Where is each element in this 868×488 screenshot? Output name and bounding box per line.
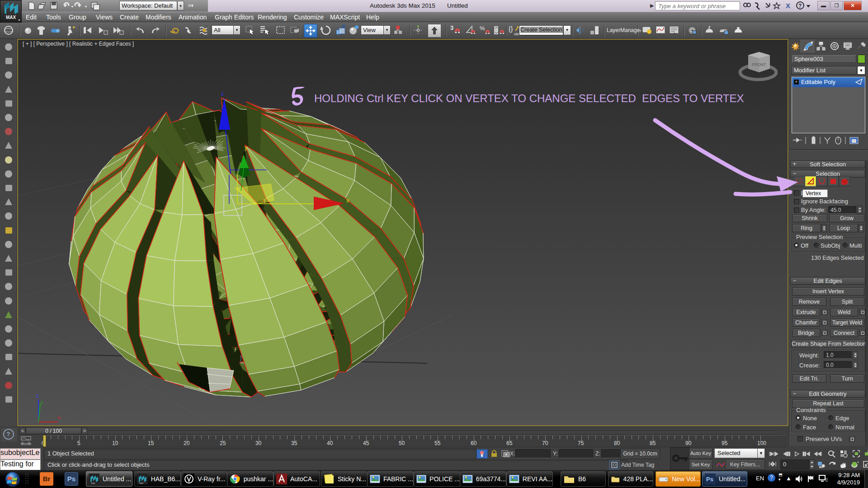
svg-text:max: max [91,482,95,484]
svg-text:Ps: Ps [706,476,713,483]
svg-text:{}: {} [509,25,513,33]
svg-text:max: max [139,482,144,484]
svg-text:x: x [58,414,61,421]
svg-text:±: ± [833,450,835,454]
svg-text:3: 3 [450,24,453,31]
svg-text:?: ? [798,3,802,9]
svg-text:%: % [480,25,485,32]
svg-text:✦: ✦ [72,25,75,30]
svg-text:z: z [36,393,39,399]
svg-text:✱: ✱ [187,29,190,33]
svg-text:y: y [245,144,248,151]
svg-text:z: z [221,90,224,97]
svg-text:?: ? [6,431,10,438]
svg-text:FRONT: FRONT [752,62,766,67]
svg-text:y: y [41,399,43,405]
svg-text:x: x [346,197,349,204]
svg-text:X: X [786,2,790,9]
